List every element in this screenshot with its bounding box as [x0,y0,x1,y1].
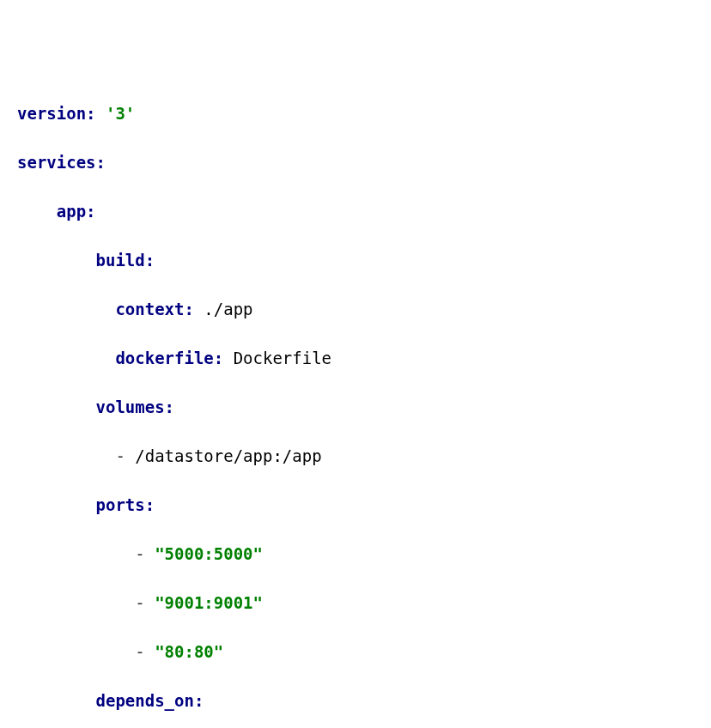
yaml-line: - "80:80" [17,640,711,664]
val-version: '3' [106,104,135,123]
val-port: "5000:5000" [155,544,263,563]
key-app: app [57,202,86,221]
yaml-line: app: [17,199,711,224]
key-volumes: volumes [96,397,165,416]
yaml-line: ports: [17,493,711,518]
val-port: "9001:9001" [155,593,263,612]
yaml-line: - /datastore/app:/app [17,444,711,469]
yaml-line: - "9001:9001" [17,591,711,616]
yaml-line: context: ./app [17,297,711,322]
yaml-line: version: '3' [17,101,711,126]
key-depends-on: depends_on [96,691,194,710]
key-dockerfile: dockerfile [115,349,213,367]
key-ports: ports [96,495,145,514]
val-dockerfile: Dockerfile [234,349,331,367]
val-context: ./app [204,300,252,318]
key-build: build [96,251,145,270]
key-services: services [17,153,96,172]
key-context: context [115,300,184,318]
yaml-line: services: [17,150,711,175]
yaml-line: build: [17,248,711,273]
yaml-line: volumes: [17,395,711,420]
yaml-line: depends_on: [17,689,711,713]
key-version: version [17,104,86,123]
val-volume: /datastore/app:/app [135,446,321,465]
val-port: "80:80" [155,642,223,661]
yaml-line: dockerfile: Dockerfile [17,346,711,371]
yaml-line: - "5000:5000" [17,542,711,567]
